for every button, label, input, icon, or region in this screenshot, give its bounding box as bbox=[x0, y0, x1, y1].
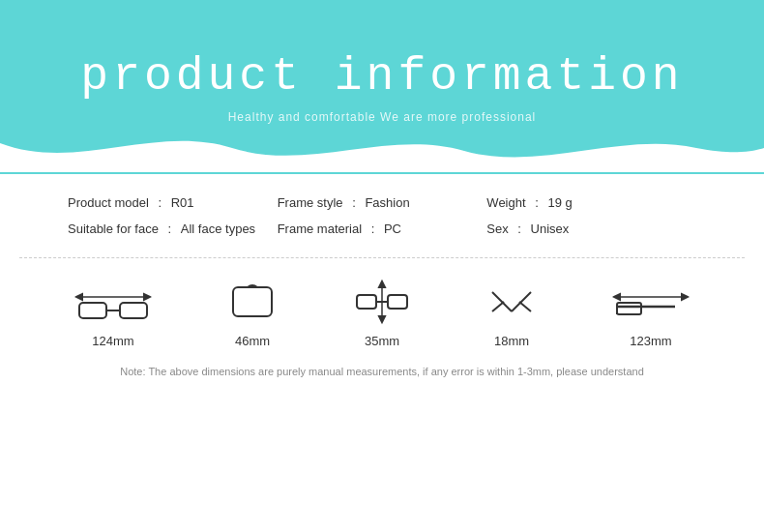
svg-marker-2 bbox=[144, 294, 150, 300]
wave-decoration bbox=[0, 124, 764, 174]
svg-rect-3 bbox=[79, 303, 106, 318]
svg-marker-1 bbox=[76, 294, 82, 300]
frame-material-value: PC bbox=[384, 222, 401, 236]
sex-item: Sex : Unisex bbox=[486, 222, 696, 236]
svg-rect-6 bbox=[233, 287, 272, 316]
info-row-1: Product model : R01 Frame style : Fashio… bbox=[68, 195, 696, 210]
product-model-item: Product model : R01 bbox=[68, 195, 278, 210]
svg-rect-22 bbox=[617, 303, 641, 314]
info-row-2: Suitable for face : All face types Frame… bbox=[68, 222, 696, 236]
product-model-value: R01 bbox=[171, 195, 194, 210]
sex-value: Unisex bbox=[531, 222, 570, 236]
face-type-value: All face types bbox=[181, 222, 255, 236]
weight-label: Weight bbox=[486, 195, 525, 210]
page-title: product information bbox=[80, 50, 683, 103]
dimension-temple-value: 123mm bbox=[630, 334, 671, 348]
svg-rect-10 bbox=[357, 295, 376, 309]
lens-width-icon bbox=[74, 278, 152, 326]
dimension-lens-width-value: 124mm bbox=[92, 334, 133, 348]
dimension-bridge-value: 35mm bbox=[365, 334, 399, 348]
lens-height-icon bbox=[223, 278, 281, 326]
svg-marker-18 bbox=[614, 294, 620, 300]
face-type-item: Suitable for face : All face types bbox=[68, 222, 278, 236]
dimension-lens-height-value: 46mm bbox=[235, 334, 270, 348]
header-subtitle: Healthy and comfortable We are more prof… bbox=[228, 110, 537, 124]
svg-line-15 bbox=[492, 302, 504, 311]
frame-style-item: Frame style : Fashion bbox=[278, 195, 487, 210]
dimension-nose-value: 18mm bbox=[494, 334, 529, 348]
svg-marker-8 bbox=[379, 281, 385, 287]
dimension-nose: 18mm bbox=[483, 278, 541, 348]
dimension-temple: 123mm bbox=[612, 278, 690, 348]
frame-style-value: Fashion bbox=[365, 195, 409, 210]
header-section: product information Healthy and comforta… bbox=[0, 0, 764, 174]
nose-icon bbox=[483, 278, 541, 326]
frame-material-item: Frame material : PC bbox=[278, 222, 487, 236]
temple-icon bbox=[612, 278, 690, 326]
bridge-icon bbox=[353, 278, 411, 326]
svg-marker-19 bbox=[682, 294, 688, 300]
dimension-lens-height: 46mm bbox=[223, 278, 281, 348]
product-info-section: Product model : R01 Frame style : Fashio… bbox=[19, 174, 745, 258]
svg-marker-9 bbox=[379, 316, 385, 322]
weight-item: Weight : 19 g bbox=[486, 195, 696, 210]
note-section: Note: The above dimensions are purely ma… bbox=[0, 358, 764, 385]
svg-rect-4 bbox=[120, 303, 147, 318]
dimension-bridge: 35mm bbox=[353, 278, 411, 348]
dimensions-section: 124mm 46mm 35mm bbox=[0, 258, 764, 358]
frame-material-label: Frame material bbox=[278, 222, 362, 236]
dimension-lens-width: 124mm bbox=[74, 278, 152, 348]
svg-rect-11 bbox=[388, 295, 407, 309]
svg-line-16 bbox=[519, 302, 531, 311]
sex-label: Sex bbox=[486, 222, 508, 236]
product-model-label: Product model bbox=[68, 195, 149, 210]
note-text: Note: The above dimensions are purely ma… bbox=[120, 366, 644, 377]
face-type-label: Suitable for face bbox=[68, 222, 159, 236]
frame-style-label: Frame style bbox=[278, 195, 343, 210]
weight-value: 19 g bbox=[547, 195, 572, 210]
